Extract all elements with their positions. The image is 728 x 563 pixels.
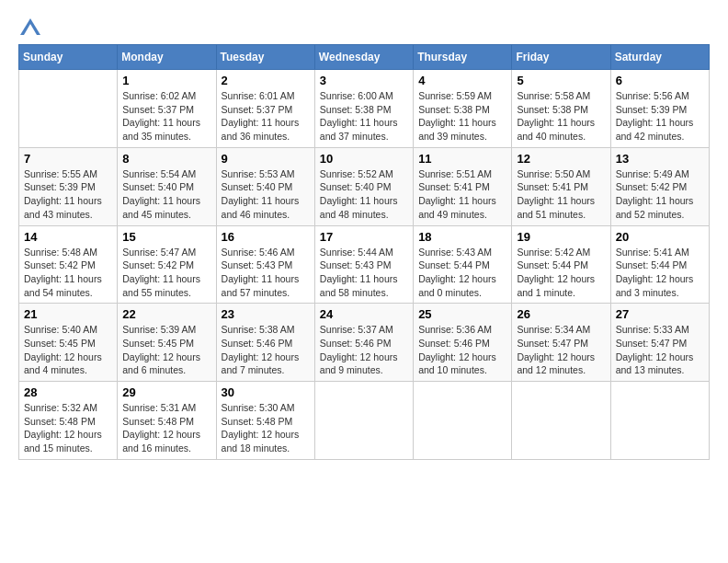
day-number: 15 <box>122 230 210 244</box>
day-number: 21 <box>24 307 112 321</box>
sunrise-text: Sunrise: 5:52 AM <box>320 167 408 181</box>
day-number: 10 <box>320 152 408 166</box>
calendar-cell: 3Sunrise: 6:00 AMSunset: 5:38 PMDaylight… <box>314 70 413 148</box>
day-number: 20 <box>616 230 704 244</box>
day-info: Sunrise: 5:37 AMSunset: 5:46 PMDaylight:… <box>320 323 408 377</box>
daylight-continuation: and 0 minutes. <box>418 286 506 300</box>
day-info: Sunrise: 5:52 AMSunset: 5:40 PMDaylight:… <box>320 167 408 222</box>
daylight-text: Daylight: 12 hours <box>418 350 506 364</box>
day-number: 14 <box>24 230 112 244</box>
sunset-text: Sunset: 5:38 PM <box>418 103 506 117</box>
calendar-table: SundayMondayTuesdayWednesdayThursdayFrid… <box>18 44 710 460</box>
day-info: Sunrise: 5:58 AMSunset: 5:38 PMDaylight:… <box>517 89 605 144</box>
calendar-cell: 2Sunrise: 6:01 AMSunset: 5:37 PMDaylight… <box>216 70 314 148</box>
daylight-text: Daylight: 12 hours <box>122 428 210 442</box>
daylight-continuation: and 10 minutes. <box>418 363 506 377</box>
daylight-continuation: and 48 minutes. <box>320 208 408 222</box>
day-header-friday: Friday <box>512 45 610 70</box>
daylight-text: Daylight: 11 hours <box>418 116 506 130</box>
calendar-cell: 20Sunrise: 5:41 AMSunset: 5:44 PMDayligh… <box>610 225 709 304</box>
daylight-text: Daylight: 11 hours <box>122 272 210 286</box>
day-number: 5 <box>517 74 605 87</box>
sunset-text: Sunset: 5:40 PM <box>320 180 408 194</box>
daylight-continuation: and 4 minutes. <box>24 363 112 377</box>
day-number: 6 <box>616 74 704 87</box>
calendar-cell: 16Sunrise: 5:46 AMSunset: 5:43 PMDayligh… <box>216 225 314 304</box>
day-header-monday: Monday <box>118 45 216 70</box>
day-info: Sunrise: 5:51 AMSunset: 5:41 PMDaylight:… <box>418 167 506 222</box>
daylight-text: Daylight: 11 hours <box>517 194 605 208</box>
daylight-continuation: and 1 minute. <box>517 286 605 300</box>
calendar-cell: 18Sunrise: 5:43 AMSunset: 5:44 PMDayligh… <box>414 225 512 304</box>
day-info: Sunrise: 5:42 AMSunset: 5:44 PMDaylight:… <box>517 246 605 300</box>
sunrise-text: Sunrise: 5:56 AM <box>616 89 704 103</box>
daylight-continuation: and 45 minutes. <box>122 208 210 222</box>
sunrise-text: Sunrise: 5:37 AM <box>320 323 408 337</box>
sunrise-text: Sunrise: 5:55 AM <box>24 167 112 181</box>
daylight-text: Daylight: 12 hours <box>24 428 112 442</box>
day-number: 18 <box>418 230 506 244</box>
daylight-text: Daylight: 11 hours <box>122 116 210 130</box>
day-number: 13 <box>616 152 704 166</box>
day-info: Sunrise: 6:02 AMSunset: 5:37 PMDaylight:… <box>122 89 210 144</box>
day-info: Sunrise: 5:49 AMSunset: 5:42 PMDaylight:… <box>616 167 704 222</box>
calendar-cell <box>610 382 709 460</box>
sunrise-text: Sunrise: 5:38 AM <box>222 323 310 337</box>
day-info: Sunrise: 5:46 AMSunset: 5:43 PMDaylight:… <box>222 246 310 300</box>
sunrise-text: Sunrise: 5:43 AM <box>418 246 506 259</box>
daylight-continuation: and 12 minutes. <box>517 363 605 377</box>
sunset-text: Sunset: 5:45 PM <box>122 337 210 350</box>
daylight-continuation: and 55 minutes. <box>122 286 210 300</box>
day-info: Sunrise: 5:30 AMSunset: 5:48 PMDaylight:… <box>222 401 310 455</box>
daylight-continuation: and 3 minutes. <box>616 286 704 300</box>
calendar-cell: 26Sunrise: 5:34 AMSunset: 5:47 PMDayligh… <box>512 304 610 382</box>
sunrise-text: Sunrise: 6:02 AM <box>122 89 210 103</box>
sunset-text: Sunset: 5:37 PM <box>122 103 210 117</box>
day-number: 4 <box>418 74 506 87</box>
sunrise-text: Sunrise: 5:34 AM <box>517 323 605 337</box>
daylight-text: Daylight: 11 hours <box>24 272 112 286</box>
calendar-cell: 8Sunrise: 5:54 AMSunset: 5:40 PMDaylight… <box>118 147 216 225</box>
daylight-continuation: and 13 minutes. <box>616 363 704 377</box>
daylight-text: Daylight: 11 hours <box>222 194 310 208</box>
daylight-text: Daylight: 12 hours <box>222 428 310 442</box>
sunset-text: Sunset: 5:43 PM <box>222 259 310 272</box>
calendar-cell: 19Sunrise: 5:42 AMSunset: 5:44 PMDayligh… <box>512 225 610 304</box>
daylight-text: Daylight: 12 hours <box>517 350 605 364</box>
day-info: Sunrise: 6:01 AMSunset: 5:37 PMDaylight:… <box>222 89 310 144</box>
sunrise-text: Sunrise: 5:30 AM <box>222 401 310 415</box>
sunrise-text: Sunrise: 5:47 AM <box>122 246 210 259</box>
sunset-text: Sunset: 5:38 PM <box>320 103 408 117</box>
daylight-text: Daylight: 11 hours <box>320 116 408 130</box>
calendar-cell: 23Sunrise: 5:38 AMSunset: 5:46 PMDayligh… <box>216 304 314 382</box>
day-number: 30 <box>222 385 310 399</box>
daylight-continuation: and 40 minutes. <box>517 130 605 144</box>
sunset-text: Sunset: 5:40 PM <box>122 180 210 194</box>
day-number: 25 <box>418 307 506 321</box>
calendar-cell: 1Sunrise: 6:02 AMSunset: 5:37 PMDaylight… <box>118 70 216 148</box>
calendar-cell: 9Sunrise: 5:53 AMSunset: 5:40 PMDaylight… <box>216 147 314 225</box>
daylight-continuation: and 35 minutes. <box>122 130 210 144</box>
day-header-sunday: Sunday <box>19 45 118 70</box>
sunrise-text: Sunrise: 5:33 AM <box>616 323 704 337</box>
sunset-text: Sunset: 5:42 PM <box>122 259 210 272</box>
calendar-cell: 13Sunrise: 5:49 AMSunset: 5:42 PMDayligh… <box>610 147 709 225</box>
sunset-text: Sunset: 5:44 PM <box>418 259 506 272</box>
daylight-text: Daylight: 11 hours <box>222 272 310 286</box>
calendar-week-row: 21Sunrise: 5:40 AMSunset: 5:45 PMDayligh… <box>19 304 710 382</box>
sunrise-text: Sunrise: 5:41 AM <box>616 246 704 259</box>
day-number: 8 <box>122 152 210 166</box>
calendar-cell: 6Sunrise: 5:56 AMSunset: 5:39 PMDaylight… <box>610 70 709 148</box>
day-info: Sunrise: 5:41 AMSunset: 5:44 PMDaylight:… <box>616 246 704 300</box>
sunrise-text: Sunrise: 5:46 AM <box>222 246 310 259</box>
sunset-text: Sunset: 5:40 PM <box>222 180 310 194</box>
daylight-text: Daylight: 12 hours <box>616 272 704 286</box>
daylight-continuation: and 37 minutes. <box>320 130 408 144</box>
calendar-cell: 14Sunrise: 5:48 AMSunset: 5:42 PMDayligh… <box>19 225 118 304</box>
day-number: 16 <box>222 230 310 244</box>
daylight-text: Daylight: 11 hours <box>222 116 310 130</box>
daylight-text: Daylight: 11 hours <box>517 116 605 130</box>
day-number: 23 <box>222 307 310 321</box>
day-number: 19 <box>517 230 605 244</box>
calendar-cell: 4Sunrise: 5:59 AMSunset: 5:38 PMDaylight… <box>414 70 512 148</box>
